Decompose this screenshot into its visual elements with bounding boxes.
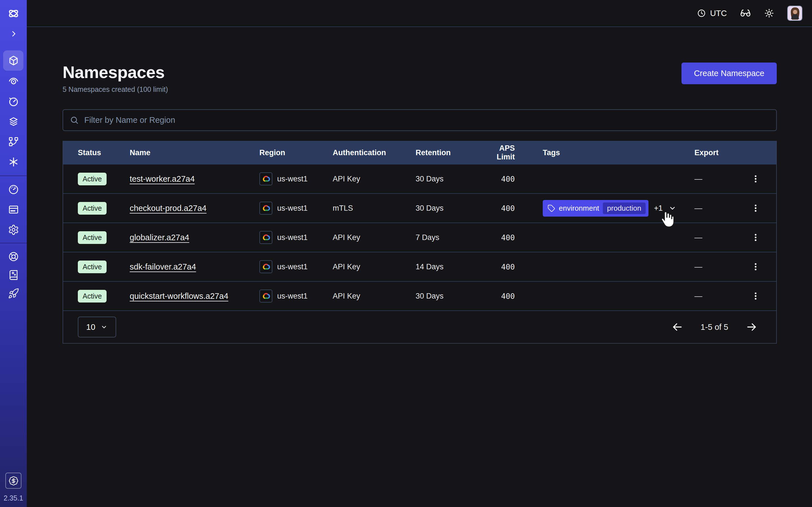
aps-limit-cell: 400 xyxy=(480,204,543,213)
sidebar-item-support[interactable] xyxy=(0,246,27,267)
aps-limit-cell: 400 xyxy=(480,263,543,271)
user-avatar[interactable] xyxy=(787,6,802,21)
chevron-down-icon[interactable] xyxy=(668,204,677,212)
status-badge: Active xyxy=(78,202,107,215)
sidebar-item-workflows[interactable] xyxy=(0,131,27,152)
app-version: 2.35.1 xyxy=(0,494,27,502)
kebab-icon xyxy=(751,174,760,184)
create-namespace-button[interactable]: Create Namespace xyxy=(681,62,777,84)
export-cell: — xyxy=(695,202,776,214)
docs-book-icon xyxy=(8,269,19,281)
region-label: us-west1 xyxy=(277,175,308,183)
sidebar-item-nexus[interactable] xyxy=(0,152,27,172)
badge-dollar-icon xyxy=(8,476,18,486)
sidebar-item-insights[interactable] xyxy=(0,71,27,91)
kebab-menu-button[interactable] xyxy=(750,261,762,273)
tag-value: production xyxy=(603,203,645,214)
previous-page-button[interactable] xyxy=(671,321,683,333)
page-title: Namespaces xyxy=(63,62,168,82)
name-cell: checkout-prod.a27a4 xyxy=(130,204,259,213)
region-cell: us-west1 xyxy=(259,231,333,244)
status-badge: Active xyxy=(78,173,107,185)
name-cell: quickstart-workflows.a27a4 xyxy=(130,291,259,301)
kebab-menu-button[interactable] xyxy=(750,202,762,214)
export-value: — xyxy=(695,174,702,183)
sidebar-item-settings[interactable] xyxy=(0,220,27,240)
kebab-icon xyxy=(751,203,760,213)
kebab-menu-button[interactable] xyxy=(750,231,762,243)
kebab-icon xyxy=(751,291,760,301)
status-badge: Active xyxy=(78,231,107,244)
search-icon xyxy=(70,116,79,124)
col-authentication: Authentication xyxy=(333,149,416,157)
table-row: Active sdk-failover.a27a4 us-west1 API K… xyxy=(63,252,776,282)
table-row: Active globalizer.a27a4 us-west1 API Key… xyxy=(63,223,776,252)
clock-icon xyxy=(697,9,706,18)
filter-input[interactable] xyxy=(84,115,769,125)
namespace-link[interactable]: checkout-prod.a27a4 xyxy=(130,204,206,213)
authentication-cell: mTLS xyxy=(333,204,416,213)
sidebar-collapse-chevron-icon[interactable] xyxy=(0,24,27,44)
sidebar-item-usage[interactable] xyxy=(0,179,27,200)
sidebar-item-schedules[interactable] xyxy=(0,91,27,112)
page-title-block: Namespaces 5 Namespaces created (100 lim… xyxy=(63,62,168,94)
sidebar-item-deployments[interactable] xyxy=(0,112,27,132)
export-cell: — xyxy=(695,261,776,273)
export-value: — xyxy=(695,262,702,271)
namespace-link[interactable]: quickstart-workflows.a27a4 xyxy=(130,291,229,301)
region-label: us-west1 xyxy=(277,292,308,300)
namespace-link[interactable]: globalizer.a27a4 xyxy=(130,233,189,242)
sidebar-item-namespaces[interactable] xyxy=(0,50,27,71)
tags-cell: environment production +1 xyxy=(543,200,695,217)
col-status: Status xyxy=(78,149,130,157)
table-row: Active test-worker.a27a4 us-west1 API Ke… xyxy=(63,165,776,194)
theme-toggle-button[interactable] xyxy=(764,8,774,18)
namespace-link[interactable]: sdk-failover.a27a4 xyxy=(130,262,196,272)
retention-cell: 30 Days xyxy=(416,292,480,300)
sidebar: 2.35.1 xyxy=(0,0,27,507)
region-cell: us-west1 xyxy=(259,290,333,302)
region-cell: us-west1 xyxy=(259,172,333,185)
next-page-button[interactable] xyxy=(746,321,758,333)
sidebar-item-getting-started[interactable] xyxy=(0,283,27,304)
temporal-logo-icon[interactable] xyxy=(0,3,27,24)
sidebar-item-billing[interactable] xyxy=(0,200,27,220)
pricing-button[interactable] xyxy=(5,473,21,489)
namespace-link[interactable]: test-worker.a27a4 xyxy=(130,174,195,184)
arrow-left-icon xyxy=(671,321,683,333)
status-cell: Active xyxy=(78,173,130,185)
labs-glasses-button[interactable] xyxy=(740,8,751,19)
kebab-menu-button[interactable] xyxy=(750,173,762,185)
aps-limit-cell: 400 xyxy=(480,292,543,300)
tag-icon xyxy=(548,205,555,212)
export-value: — xyxy=(695,233,702,242)
timezone-selector[interactable]: UTC xyxy=(697,9,727,18)
name-cell: test-worker.a27a4 xyxy=(130,174,259,184)
namespaces-table: Status Name Region Authentication Retent… xyxy=(63,141,777,344)
kebab-icon xyxy=(751,233,760,242)
asterisk-icon xyxy=(8,156,19,168)
export-cell: — xyxy=(695,290,776,302)
table-row: Active checkout-prod.a27a4 us-west1 mTLS… xyxy=(63,194,776,223)
sidebar-item-docs[interactable] xyxy=(0,265,27,285)
authentication-cell: API Key xyxy=(333,263,416,271)
export-value: — xyxy=(695,204,702,213)
kebab-menu-button[interactable] xyxy=(750,290,762,302)
authentication-cell: API Key xyxy=(333,175,416,183)
filter-field[interactable] xyxy=(63,109,777,131)
radar-icon xyxy=(8,75,19,87)
sun-icon xyxy=(764,8,774,18)
aps-limit-cell: 400 xyxy=(480,175,543,183)
status-cell: Active xyxy=(78,231,130,244)
aps-limit-cell: 400 xyxy=(480,233,543,242)
col-aps-limit: APS Limit xyxy=(480,144,543,161)
status-cell: Active xyxy=(78,290,130,302)
table-body: Active test-worker.a27a4 us-west1 API Ke… xyxy=(63,165,776,311)
chevron-down-icon xyxy=(100,323,108,331)
region-cell: us-west1 xyxy=(259,202,333,215)
timezone-label: UTC xyxy=(710,9,727,18)
tag-chip[interactable]: environment production xyxy=(543,200,649,217)
main-content: Namespaces 5 Namespaces created (100 lim… xyxy=(27,27,812,507)
table-row: Active quickstart-workflows.a27a4 us-wes… xyxy=(63,282,776,311)
page-size-select[interactable]: 10 xyxy=(78,317,116,337)
